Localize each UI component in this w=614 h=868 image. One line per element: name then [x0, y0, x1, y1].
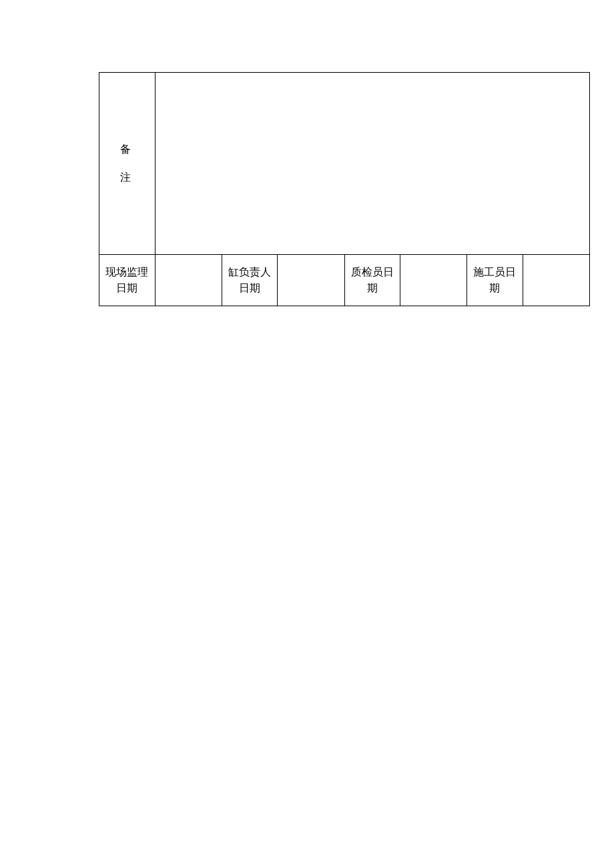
- sig-value-constructor-date: [523, 255, 589, 306]
- sig-value-qc-date: [400, 255, 467, 306]
- remark-label-char2: 注: [102, 169, 152, 185]
- remark-content-cell: [155, 73, 589, 255]
- remark-label-char1: 备: [102, 141, 152, 157]
- remark-label-cell: 备 注: [99, 73, 156, 255]
- sig-label-supervisor-date: 现场监理日期: [99, 255, 156, 306]
- sig-label-constructor-date: 施工员日期: [467, 255, 523, 306]
- remark-row: 备 注: [99, 73, 590, 255]
- form-table: 备 注 现场监理日期 缸负责人日期 质检员日期 施工员日期: [99, 72, 590, 306]
- sig-label-leader-date: 缸负责人日期: [222, 255, 278, 306]
- sig-value-supervisor-date: [155, 255, 222, 306]
- sig-label-qc-date: 质检员日期: [344, 255, 400, 306]
- signature-row: 现场监理日期 缸负责人日期 质检员日期 施工员日期: [99, 255, 590, 306]
- sig-value-leader-date: [278, 255, 344, 306]
